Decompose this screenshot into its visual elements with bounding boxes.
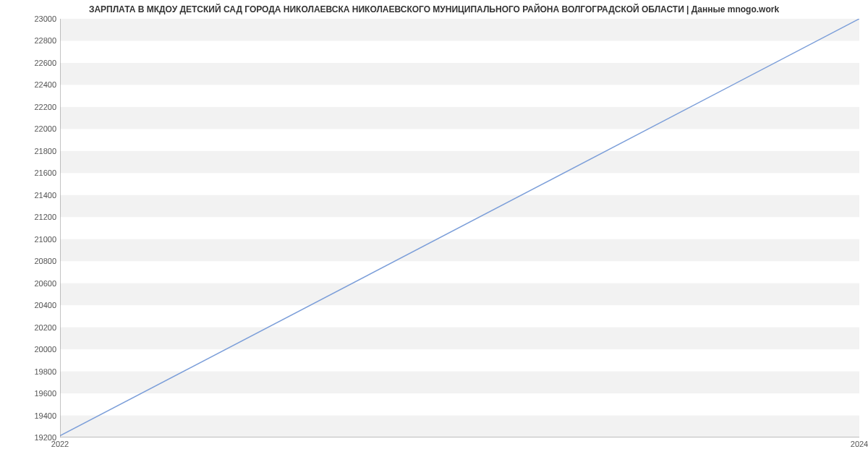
plot-band — [60, 416, 859, 437]
y-tick-label: 22400 — [3, 80, 56, 89]
y-tick-label: 20000 — [3, 345, 56, 354]
y-tick-label: 19400 — [3, 411, 56, 420]
y-tick-label: 23000 — [3, 14, 56, 23]
plot-band — [60, 239, 859, 261]
y-tick-label: 22200 — [3, 103, 56, 111]
y-tick-label: 19600 — [3, 389, 56, 398]
y-tick-label: 19800 — [3, 367, 56, 376]
x-tick-label: 2024 — [851, 440, 868, 448]
y-tick-label: 22000 — [3, 124, 56, 133]
y-tick-label: 21800 — [3, 147, 56, 155]
plot-band — [60, 19, 859, 40]
x-tick-label: 2022 — [51, 440, 69, 448]
y-tick-label: 21600 — [3, 168, 56, 177]
y-tick-label: 21000 — [3, 235, 56, 244]
y-tick-label: 20200 — [3, 323, 56, 332]
chart-title: ЗАРПЛАТА В МКДОУ ДЕТСКИЙ САД ГОРОДА НИКО… — [0, 4, 868, 14]
y-tick-label: 22800 — [3, 36, 56, 45]
y-tick-label: 21200 — [3, 213, 56, 221]
plot-band — [60, 372, 859, 393]
plot-band — [60, 195, 859, 217]
y-tick-label: 20400 — [3, 301, 56, 309]
plot-band — [60, 283, 859, 305]
plot-band — [60, 107, 859, 129]
y-tick-label: 21400 — [3, 191, 56, 200]
y-tick-label: 20800 — [3, 257, 56, 265]
chart-plot — [60, 19, 859, 437]
y-tick-label: 22600 — [3, 59, 56, 67]
y-tick-label: 19200 — [3, 433, 56, 442]
plot-band — [60, 151, 859, 173]
plot-band — [60, 328, 859, 349]
y-tick-label: 20600 — [3, 279, 56, 288]
